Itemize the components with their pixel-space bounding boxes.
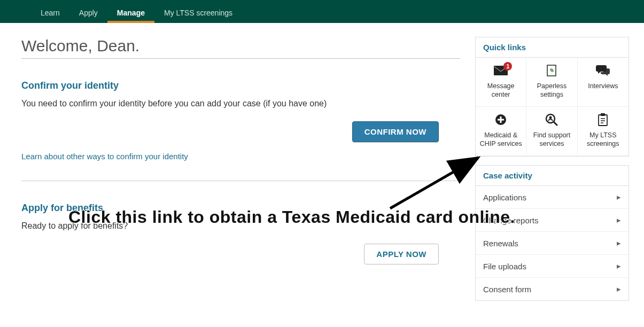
chat-icon xyxy=(596,64,610,77)
quicklink-label: Find support services xyxy=(529,131,575,148)
ca-label: Change reports xyxy=(483,216,538,225)
main-column: Welcome, Dean. Confirm your identity You… xyxy=(21,37,460,274)
quicklink-message-center[interactable]: 1 Message center xyxy=(476,58,526,107)
quick-links-header: Quick links xyxy=(476,37,629,58)
section-divider xyxy=(21,181,460,181)
quicklink-ltss-screenings[interactable]: My LTSS screenings xyxy=(578,107,629,156)
apply-text: Ready to apply for benefits? xyxy=(21,221,460,231)
apply-benefits-section: Apply for benefits Ready to apply for be… xyxy=(21,203,460,264)
chevron-right-icon: ▸ xyxy=(617,192,621,202)
apply-now-button[interactable]: APPLY NOW xyxy=(364,244,439,264)
chevron-right-icon: ▸ xyxy=(617,215,621,225)
nav-ltss[interactable]: My LTSS screenings xyxy=(154,3,242,23)
apply-title: Apply for benefits xyxy=(21,203,460,214)
ca-label: File uploads xyxy=(483,262,526,271)
quick-links-panel: Quick links 1 Message center Paperless s… xyxy=(475,37,629,157)
ca-label: Applications xyxy=(483,193,526,202)
page-body: Welcome, Dean. Confirm your identity You… xyxy=(0,23,644,327)
ca-label: Consent form xyxy=(483,285,531,294)
quicklink-label: Paperless settings xyxy=(529,82,575,99)
chevron-right-icon: ▸ xyxy=(617,261,621,271)
case-activity-change-reports[interactable]: Change reports ▸ xyxy=(476,208,629,231)
main-nav: Learn Apply Manage My LTSS screenings xyxy=(0,3,644,23)
svg-rect-7 xyxy=(599,115,607,126)
quicklink-label: Interviews xyxy=(588,82,618,91)
sidebar: Quick links 1 Message center Paperless s… xyxy=(475,37,629,309)
nav-learn[interactable]: Learn xyxy=(31,3,69,23)
case-activity-file-uploads[interactable]: File uploads ▸ xyxy=(476,254,629,277)
quicklink-find-support[interactable]: Find support services xyxy=(526,107,577,156)
confirm-identity-section: Confirm your identity You need to confir… xyxy=(21,80,460,161)
plus-circle-icon xyxy=(495,113,507,126)
case-activity-panel: Case activity Applications ▸ Change repo… xyxy=(475,165,629,301)
case-activity-list: Applications ▸ Change reports ▸ Renewals… xyxy=(476,186,629,300)
case-activity-header: Case activity xyxy=(476,166,629,186)
search-person-icon xyxy=(545,113,558,126)
message-badge: 1 xyxy=(503,62,512,71)
confirm-now-button[interactable]: CONFIRM NOW xyxy=(352,121,439,142)
svg-point-6 xyxy=(549,116,552,119)
nav-label: Apply xyxy=(79,9,98,17)
quick-links-grid: 1 Message center Paperless settings xyxy=(476,58,629,156)
page-title: Welcome, Dean. xyxy=(21,37,460,59)
doc-leaf-icon xyxy=(547,64,556,77)
quicklink-label: Medicaid & CHIP services xyxy=(478,131,524,148)
case-activity-consent-form[interactable]: Consent form ▸ xyxy=(476,277,629,300)
chevron-right-icon: ▸ xyxy=(617,284,621,294)
svg-rect-3 xyxy=(498,119,504,121)
quicklink-paperless-settings[interactable]: Paperless settings xyxy=(526,58,577,107)
clipboard-icon xyxy=(598,113,608,126)
case-activity-renewals[interactable]: Renewals ▸ xyxy=(476,231,629,254)
svg-line-5 xyxy=(554,122,557,125)
quicklink-label: Message center xyxy=(478,82,524,99)
confirm-title: Confirm your identity xyxy=(21,80,460,91)
confirm-alt-link[interactable]: Learn about other ways to confirm your i… xyxy=(21,152,188,161)
svg-rect-8 xyxy=(601,113,605,116)
confirm-button-row: CONFIRM NOW xyxy=(21,121,460,142)
nav-manage[interactable]: Manage xyxy=(107,3,154,23)
case-activity-applications[interactable]: Applications ▸ xyxy=(476,186,629,208)
nav-label: My LTSS screenings xyxy=(164,9,232,17)
quicklink-label: My LTSS screenings xyxy=(580,131,626,148)
apply-button-row: APPLY NOW xyxy=(21,244,460,264)
quicklink-interviews[interactable]: Interviews xyxy=(578,58,629,107)
nav-label: Manage xyxy=(117,9,145,17)
nav-label: Learn xyxy=(41,9,60,17)
nav-apply[interactable]: Apply xyxy=(69,3,107,23)
confirm-text: You need to confirm your identity before… xyxy=(21,99,460,108)
quicklink-medicaid-chip[interactable]: Medicaid & CHIP services xyxy=(476,107,526,156)
chevron-right-icon: ▸ xyxy=(617,238,621,248)
ca-label: Renewals xyxy=(483,239,518,248)
